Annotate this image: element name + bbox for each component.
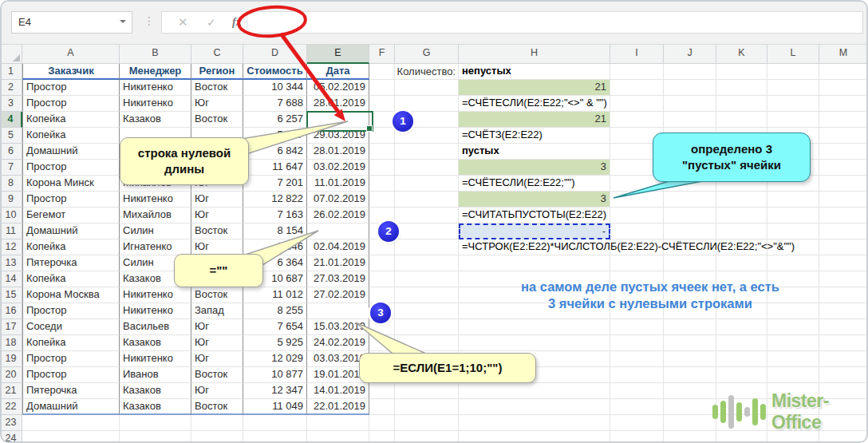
cell-E6[interactable]: 28.01.2019 <box>307 144 369 160</box>
cell-A18[interactable]: Копейка <box>22 335 120 351</box>
cell-G18[interactable] <box>395 335 459 351</box>
cell-G24[interactable] <box>395 431 459 443</box>
cell-A9[interactable]: Простор <box>22 192 120 208</box>
cell-G17[interactable] <box>395 319 459 335</box>
cell-H22[interactable] <box>459 399 610 415</box>
cell-E12[interactable]: 02.04.2019 <box>307 239 369 255</box>
cell-F8[interactable] <box>369 176 395 192</box>
cell-J23[interactable] <box>664 415 716 431</box>
cell-A17[interactable]: Соседи <box>22 319 120 335</box>
cell-D6[interactable]: 6 842 <box>243 144 307 160</box>
cell-F13[interactable] <box>369 255 395 271</box>
cell-F6[interactable] <box>369 144 395 160</box>
cell-B9[interactable]: Никитенко <box>120 192 191 208</box>
cell-A22[interactable]: Домашний <box>22 399 120 415</box>
cell-C22[interactable]: Восток <box>191 399 243 415</box>
cell-J11[interactable] <box>664 223 716 239</box>
cell-M2[interactable] <box>819 80 868 96</box>
cell-K4[interactable] <box>716 112 767 128</box>
cell-I2[interactable] <box>610 80 664 96</box>
cell-K10[interactable] <box>716 208 767 223</box>
col-header-B[interactable]: B <box>120 44 191 64</box>
insert-function-icon[interactable]: fx <box>232 12 242 33</box>
cell-H6[interactable]: пустых <box>459 144 610 160</box>
cell-H18[interactable] <box>459 335 610 351</box>
cell-E3[interactable]: 28.01.2019 <box>307 96 369 112</box>
row-header-22[interactable]: 22 <box>0 399 22 415</box>
cell-A12[interactable]: Копейка <box>22 239 120 255</box>
cell-D12[interactable]: 9 346 <box>243 239 307 255</box>
cell-A20[interactable]: Простор <box>22 367 120 383</box>
cell-B22[interactable]: Казаков <box>120 399 191 415</box>
col-header-H[interactable]: H <box>459 44 610 64</box>
cell-E23[interactable] <box>307 415 369 431</box>
cell-C12[interactable]: Юг <box>191 239 243 255</box>
cell-C9[interactable]: Юг <box>191 192 243 208</box>
row-header-1[interactable]: 1 <box>0 64 22 80</box>
cell-F9[interactable] <box>369 192 395 208</box>
cell-D23[interactable] <box>243 415 307 431</box>
col-header-G[interactable]: G <box>395 44 459 64</box>
cell-I4[interactable] <box>610 112 664 128</box>
cell-D7[interactable]: 11 647 <box>243 160 307 176</box>
cell-D17[interactable]: 7 654 <box>243 319 307 335</box>
cell-B17[interactable]: Васильев <box>120 319 191 335</box>
cell-G15[interactable] <box>395 287 459 303</box>
fill-handle[interactable] <box>366 125 373 132</box>
cell-A21[interactable]: Пятерочка <box>22 383 120 399</box>
cell-A10[interactable]: Бегемот <box>22 208 120 223</box>
cell-F14[interactable] <box>369 271 395 287</box>
cell-F22[interactable] <box>369 399 395 415</box>
cell-C15[interactable]: Восток <box>191 287 243 303</box>
cell-K11[interactable] <box>716 223 767 239</box>
cell-H2[interactable]: 21 <box>459 80 610 96</box>
cell-K1[interactable] <box>716 64 767 80</box>
cell-C20[interactable]: Восток <box>191 367 243 383</box>
col-header-K[interactable]: K <box>716 44 767 64</box>
cell-H24[interactable] <box>459 431 610 443</box>
row-header-18[interactable]: 18 <box>0 335 22 351</box>
cell-D11[interactable]: 8 154 <box>243 223 307 239</box>
cell-G13[interactable] <box>395 255 459 271</box>
cell-J20[interactable] <box>664 367 716 383</box>
row-header-10[interactable]: 10 <box>0 208 22 223</box>
col-header-J[interactable]: J <box>664 44 716 64</box>
cell-I9[interactable] <box>610 192 664 208</box>
cell-H13[interactable] <box>459 255 610 271</box>
cell-D8[interactable]: 7 201 <box>243 176 307 192</box>
cell-E22[interactable]: 22.01.2019 <box>307 399 369 415</box>
cell-I20[interactable] <box>610 367 664 383</box>
cell-J1[interactable] <box>664 64 716 80</box>
row-header-8[interactable]: 8 <box>0 176 22 192</box>
row-header-21[interactable]: 21 <box>0 383 22 399</box>
cell-B4[interactable]: Казаков <box>120 112 191 128</box>
cell-E9[interactable]: 07.02.2019 <box>307 192 369 208</box>
cell-B16[interactable]: Никитенко <box>120 303 191 319</box>
cell-H17[interactable] <box>459 319 610 335</box>
enter-icon[interactable]: ✓ <box>207 12 216 33</box>
col-header-M[interactable]: M <box>819 44 868 64</box>
cell-B20[interactable]: Иванов <box>120 367 191 383</box>
cell-E14[interactable]: 27.03.2019 <box>307 271 369 287</box>
cell-B15[interactable]: Никитенко <box>120 287 191 303</box>
cell-L18[interactable] <box>767 335 819 351</box>
cell-K19[interactable] <box>716 351 767 367</box>
cell-A23[interactable] <box>22 415 120 431</box>
row-header-24[interactable]: 24 <box>0 431 22 443</box>
cell-E1[interactable]: Дата <box>307 64 369 80</box>
cell-H9[interactable]: 3 <box>459 192 610 208</box>
cell-M12[interactable] <box>819 239 868 255</box>
row-header-9[interactable]: 9 <box>0 192 22 208</box>
cell-M11[interactable] <box>819 223 868 239</box>
formula-bar[interactable]: ✕ ✓ fx <box>161 11 863 34</box>
cell-M20[interactable] <box>819 367 868 383</box>
cancel-icon[interactable]: ✕ <box>178 12 188 33</box>
cell-F18[interactable] <box>369 335 395 351</box>
cell-D22[interactable]: 11 049 <box>243 399 307 415</box>
cell-G16[interactable] <box>395 303 459 319</box>
col-header-F[interactable]: F <box>369 44 395 64</box>
cell-E13[interactable]: 21.01.2019 <box>307 255 369 271</box>
row-header-14[interactable]: 14 <box>0 271 22 287</box>
cell-A24[interactable] <box>22 431 120 443</box>
cell-F7[interactable] <box>369 160 395 176</box>
